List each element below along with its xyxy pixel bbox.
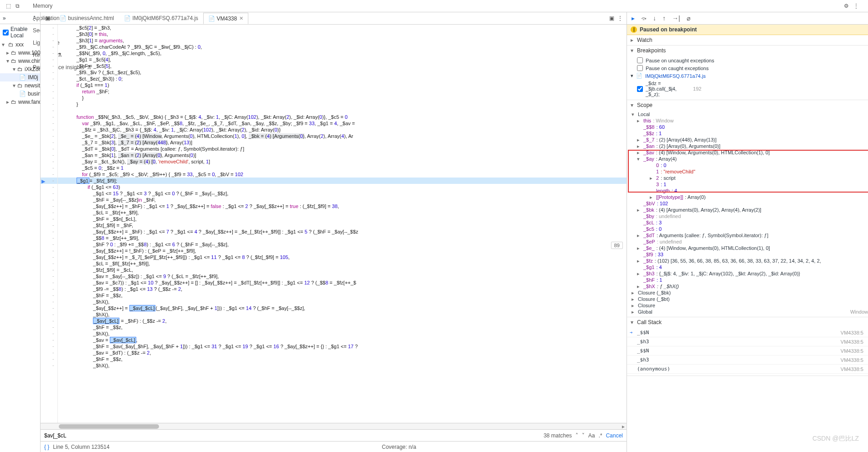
stack-frame[interactable]: _$h3VM4338:5 [627,356,868,365]
gear-icon[interactable]: ⚙ [844,3,849,9]
navigator-sidebar: » ⋮ Enable Local ▾🗀 xxx ▸🗀 www.100 ▾🗀 ww… [0,12,41,452]
scope-prop[interactable]: _$c5: 0 [627,226,868,232]
inspect-icon[interactable]: ⬚ [4,3,13,9]
cursor-position: Line 5, Column 123514 [53,444,109,450]
tree-file-active[interactable]: 📄 IM0j [0,73,40,81]
scope-prop[interactable]: ▸[[Prototype]]: Array(0) [627,194,868,200]
tree-root[interactable]: ▾🗀 xxx [0,41,40,49]
scope-prop[interactable]: ▸_$dT: Arguments [callee: ƒ, Symbol(Symb… [627,232,868,239]
scope-prop[interactable]: ▸_$fz: (102) [36, 55, 36, 66, 38, 85, 63… [627,258,868,264]
breakpoint-file[interactable]: ▾📄 IM0jQktM6FSQ.6771a74.js [627,72,868,80]
navigator-chevrons-icon[interactable]: » [3,15,6,21]
call-stack-section[interactable]: ▾Call Stack [627,317,868,327]
scope-prop[interactable]: length: 4 [627,188,868,194]
device-icon[interactable]: ⧉ [13,3,22,9]
tab-memory[interactable]: Memory [28,0,96,12]
match-count: 38 matches [544,432,572,439]
scope-prop[interactable]: ▸_$h3: {_$j$: 4, _$iv: 1, _$jC: Array(10… [627,270,868,277]
scope-prop[interactable]: _$$z: 1 [627,130,868,137]
paused-banner: ‖ Paused on breakpoint [627,25,868,35]
scope-prop[interactable]: _$$8: 60 [627,124,868,130]
hit-count-badge: 89 [611,242,623,249]
settings-toolbar: ⚙ ⋮ [844,3,868,9]
file-tab[interactable]: 📄 IM0jQktM6FSQ.6771a74.js [119,13,203,24]
stack-frame[interactable]: _$$NVM4338:5 [627,328,868,337]
scope-prop[interactable]: _$g1: 4 [627,264,868,270]
scope-prop[interactable]: ▸_$e_: (4) [Window, Arguments(0), HTMLCo… [627,245,868,251]
step-out-button[interactable]: ↑ [663,15,666,22]
scope-prop[interactable]: ▸_$hX: ƒ _$hX() [627,283,868,289]
watermark: CSDN @巴比LZ [812,435,859,443]
scope-prop[interactable]: _$eP: undefined [627,239,868,245]
more-icon[interactable]: ⋮ [617,15,623,21]
devtools-tab-bar: ⬚ ⧉ ElementsConsoleSources▲ NetworkPerfo… [0,0,868,12]
horizontal-scrollbar[interactable]: ▸ [41,423,627,429]
line-gutter[interactable]: ------------------------▶---------------… [41,25,58,423]
scope-prop[interactable]: 0: 0 [627,162,868,168]
scope-prop[interactable]: _$f9: 33 [627,251,868,258]
next-match-icon[interactable]: ˅ [582,432,585,439]
debugger-toolbar: ▸ ⤼ ↓ ↑ →| ⌀ [627,12,868,25]
step-into-button[interactable]: ↓ [653,15,656,22]
debugger-panel: ▸ ⤼ ↓ ↑ →| ⌀ ‖ Paused on breakpoint ▸Wat… [627,12,868,452]
scope-prop[interactable]: ▸_$_7: (2) [Array(448), Array(13)] [627,137,868,143]
scope-prop[interactable]: _$bV: 102 [627,200,868,207]
tree-item[interactable]: ▸🗀 www.fanc [0,98,40,106]
stack-frame[interactable]: (anonymous)VM4338:5 [627,365,868,374]
step-button[interactable]: →| [672,15,680,22]
tree-item[interactable]: ▾🗀 iXkZon [0,65,40,73]
regex-toggle[interactable]: .* [599,432,602,439]
search-bar: 38 matches ˄ ˅ Aa .* Cancel [41,429,627,441]
match-case-toggle[interactable]: Aa [588,432,595,439]
enable-local-checkbox[interactable]: Enable Local [0,24,40,41]
step-over-button[interactable]: ⤼ [641,15,647,22]
more-icon[interactable]: ⋮ [853,3,859,9]
scope-local[interactable]: ▾Local [627,111,868,117]
coverage-status: Coverage: n/a [382,444,623,450]
stack-frame[interactable]: _$h3VM4338:5 [627,337,868,346]
scope-prop[interactable]: _$by: undefined [627,213,868,219]
code-area[interactable]: _$c5[2] = _$h3, _$h3[0] = this, _$h3[1] … [58,25,627,423]
scope-closure[interactable]: ▸Closure [627,302,868,309]
scope-prop[interactable]: 1: "removeChild" [627,168,868,175]
breakpoint-line[interactable]: _$dz = _$jb.call(_$j4, _$_z);192 [627,80,868,98]
scope-section[interactable]: ▾Scope [627,100,868,110]
scope-prop[interactable]: ▸_$av: (4) [Window, Arguments(0), HTMLCo… [627,149,868,156]
tree-item[interactable]: ▸🗀 www.100 [0,49,40,57]
prev-match-icon[interactable]: ˄ [575,432,578,439]
stack-frame[interactable]: _$$NVM4338:5 [627,346,868,356]
tree-item[interactable]: ▾🗀 newsite [0,81,40,90]
scope-prop[interactable]: ▾_$ay: Array(4) [627,156,868,162]
scope-closure[interactable]: ▸Closure (_$bk) [627,289,868,296]
file-tab[interactable]: 📄 businessAnnc.html [55,13,119,24]
resume-button[interactable]: ▸ [632,15,635,22]
search-input[interactable] [44,432,540,439]
scope-prop[interactable]: 3: 1 [627,181,868,188]
pause-caught-checkbox[interactable]: Pause on caught exceptions [627,64,868,72]
file-tab[interactable]: 📄 VM4338 ✕ [203,13,248,24]
watch-section[interactable]: ▸Watch [627,35,868,45]
scope-closure[interactable]: ▸Closure (_$bt) [627,296,868,302]
scope-closure[interactable]: ▸GlobalWindow [627,309,868,315]
close-icon[interactable]: ✕ [239,15,243,21]
scope-prop[interactable]: ▸this: Window [627,117,868,124]
breakpoints-section[interactable]: ▾Breakpoints [627,46,868,56]
deactivate-bp-button[interactable]: ⌀ [687,15,690,22]
pretty-print-button[interactable]: { } [44,444,49,450]
scroll-thumb[interactable] [59,424,159,429]
scope-prop[interactable]: ▸2: script [627,175,868,181]
scope-prop[interactable]: ▸_$an: (2) [Array(0), Arguments(0)] [627,143,868,149]
scope-prop[interactable]: _$cL: 3 [627,219,868,226]
tree-item[interactable]: ▾🗀 www.chin [0,57,40,65]
tree-file[interactable]: 📄 busin [0,90,40,98]
pause-uncaught-checkbox[interactable]: Pause on uncaught exceptions [627,56,868,64]
paused-text: Paused on breakpoint [640,26,697,33]
scope-prop[interactable]: _$hF: 1 [627,277,868,283]
show-nav-icon[interactable]: ▣ [43,15,52,21]
navigator-more-icon[interactable]: ⋮ [31,15,37,22]
cancel-button[interactable]: Cancel [606,432,623,439]
editor-toolbar-right: ▣ ⋮ [609,15,627,21]
editor-status-bar: { } Line 5, Column 123514 Coverage: n/a [41,441,627,452]
scope-prop[interactable]: ▸_$bk: (4) [Arguments(0), Array(2), Arra… [627,207,868,213]
pause-icon: ‖ [631,26,637,33]
